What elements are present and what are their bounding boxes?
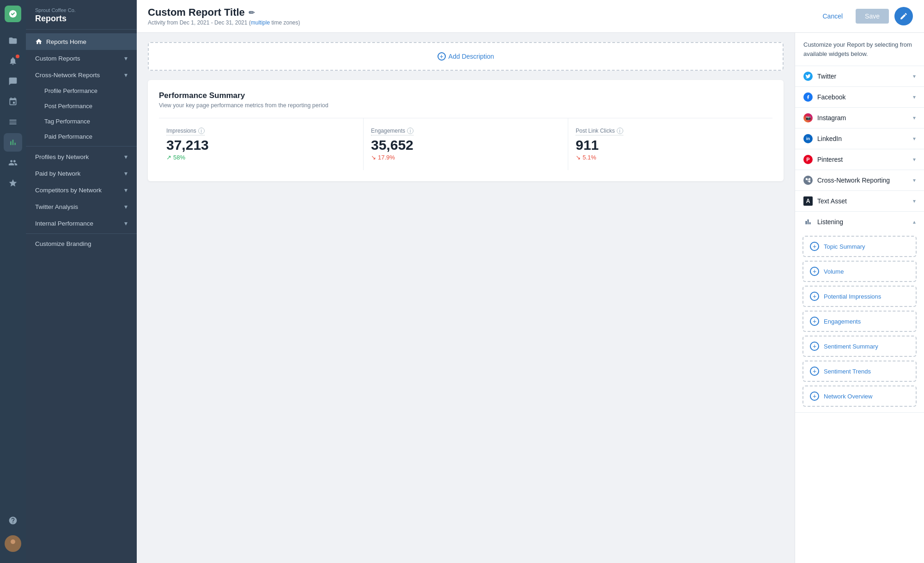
sidebar-item-custom-reports[interactable]: Custom Reports ▾ bbox=[26, 50, 137, 67]
edit-report-button[interactable] bbox=[894, 7, 913, 25]
text-asset-icon: A bbox=[803, 196, 813, 206]
star-icon[interactable] bbox=[4, 174, 22, 192]
instagram-section-header[interactable]: 📷 Instagram ▾ bbox=[795, 108, 924, 128]
widget-panel-header: Customize your Report by selecting from … bbox=[795, 33, 924, 66]
post-link-clicks-info-icon[interactable]: i bbox=[617, 128, 623, 134]
facebook-chevron-icon: ▾ bbox=[913, 94, 916, 100]
internal-performance-label: Internal Performance bbox=[35, 220, 93, 227]
add-description-button[interactable]: + Add Description bbox=[438, 52, 494, 61]
cross-network-section-header[interactable]: Cross-Network Reporting ▾ bbox=[795, 170, 924, 190]
chevron-down-icon: ▾ bbox=[124, 220, 128, 227]
sidebar-section-title: Reports bbox=[35, 14, 128, 24]
main-wrapper: Custom Report Title ✏ Activity from Dec … bbox=[137, 0, 924, 563]
custom-reports-label: Custom Reports bbox=[35, 55, 80, 62]
listening-section-header[interactable]: Listening ▴ bbox=[795, 212, 924, 232]
pinterest-network-icon: P bbox=[803, 155, 813, 164]
timezone-link[interactable]: multiple bbox=[251, 19, 270, 26]
sidebar-item-twitter-analysis[interactable]: Twitter Analysis ▾ bbox=[26, 198, 137, 215]
help-icon[interactable] bbox=[4, 511, 22, 530]
linkedin-chevron-icon: ▾ bbox=[913, 135, 916, 142]
bell-icon[interactable] bbox=[4, 52, 22, 70]
engagements-info-icon[interactable]: i bbox=[407, 128, 413, 134]
sidebar-item-internal-performance[interactable]: Internal Performance ▾ bbox=[26, 215, 137, 232]
facebook-network-icon bbox=[803, 92, 813, 102]
sidebar-item-customize-branding[interactable]: Customize Branding bbox=[26, 236, 137, 252]
engagements-change: ↘ 17.9% bbox=[371, 154, 560, 161]
sentiment-trends-plus-icon: + bbox=[810, 367, 819, 376]
impressions-change-value: 58% bbox=[173, 154, 185, 161]
widget-section-cross-network: Cross-Network Reporting ▾ bbox=[795, 170, 924, 191]
post-link-clicks-metric: Post Link Clicks i 911 ↘ 5.1% bbox=[568, 118, 772, 170]
topic-summary-plus-icon: + bbox=[810, 242, 819, 251]
listening-chevron-icon: ▴ bbox=[913, 219, 916, 225]
impressions-metric: Impressions i 37,213 ↗ 58% bbox=[159, 118, 364, 170]
potential-impressions-plus-icon: + bbox=[810, 292, 819, 301]
text-asset-section-header[interactable]: A Text Asset ▾ bbox=[795, 191, 924, 211]
impressions-value: 37,213 bbox=[166, 137, 356, 153]
save-button[interactable]: Save bbox=[856, 9, 889, 24]
pinterest-section-header[interactable]: P Pinterest ▾ bbox=[795, 149, 924, 170]
topic-summary-widget[interactable]: + Topic Summary bbox=[802, 236, 917, 257]
twitter-section-header[interactable]: Twitter ▾ bbox=[795, 66, 924, 86]
network-overview-widget[interactable]: + Network Overview bbox=[802, 386, 917, 407]
sidebar-item-tag-performance[interactable]: Tag Performance bbox=[35, 114, 137, 129]
sidebar-item-profiles-by-network[interactable]: Profiles by Network ▾ bbox=[26, 148, 137, 165]
folder-icon[interactable] bbox=[4, 31, 22, 50]
people-icon[interactable] bbox=[4, 153, 22, 172]
engagements-widget[interactable]: + Engagements bbox=[802, 311, 917, 332]
topbar-right: Cancel Save bbox=[815, 7, 913, 25]
date-info: Activity from Dec 1, 2021 - Dec 31, 2021… bbox=[148, 19, 300, 26]
plus-circle-icon: + bbox=[438, 52, 446, 61]
engagements-value: 35,652 bbox=[371, 137, 560, 153]
post-link-clicks-change-value: 5.1% bbox=[583, 154, 596, 161]
volume-plus-icon: + bbox=[810, 267, 819, 276]
sidebar-item-cross-network[interactable]: Cross-Network Reports ▾ bbox=[26, 67, 137, 83]
engagements-change-value: 17.9% bbox=[378, 154, 395, 161]
cancel-button[interactable]: Cancel bbox=[815, 9, 850, 24]
facebook-section-label: Facebook bbox=[817, 93, 908, 101]
sidebar-item-post-performance[interactable]: Post Performance bbox=[35, 98, 137, 114]
instagram-network-icon: 📷 bbox=[803, 113, 813, 122]
cross-network-section-label: Cross-Network Reporting bbox=[817, 177, 908, 184]
sidebar-item-competitors-by-network[interactable]: Competitors by Network ▾ bbox=[26, 182, 137, 198]
chevron-down-icon: ▾ bbox=[124, 71, 128, 79]
sidebar-item-profile-performance[interactable]: Profile Performance bbox=[35, 83, 137, 98]
sentiment-summary-widget[interactable]: + Sentiment Summary bbox=[802, 336, 917, 357]
sidebar-item-paid-performance[interactable]: Paid Performance bbox=[35, 129, 137, 144]
reports-icon[interactable] bbox=[4, 133, 22, 152]
network-overview-label: Network Overview bbox=[824, 393, 872, 400]
sidebar-item-paid-by-network[interactable]: Paid by Network ▾ bbox=[26, 165, 137, 182]
volume-widget[interactable]: + Volume bbox=[802, 261, 917, 282]
chevron-down-icon: ▾ bbox=[124, 55, 128, 62]
widget-section-instagram: 📷 Instagram ▾ bbox=[795, 108, 924, 129]
company-name: Sprout Coffee Co. bbox=[35, 7, 128, 13]
engagements-widget-label: Engagements bbox=[824, 318, 861, 325]
add-description-box[interactable]: + Add Description bbox=[148, 42, 784, 71]
pencil-edit-icon bbox=[900, 12, 908, 20]
impressions-change: ↗ 58% bbox=[166, 154, 356, 161]
app-logo[interactable] bbox=[5, 6, 21, 22]
widget-section-text-asset: A Text Asset ▾ bbox=[795, 191, 924, 212]
widget-section-facebook: Facebook ▾ bbox=[795, 87, 924, 108]
performance-summary-card: Performance Summary View your key page p… bbox=[148, 80, 784, 181]
avatar[interactable] bbox=[5, 535, 21, 552]
twitter-chevron-icon: ▾ bbox=[913, 73, 916, 80]
post-link-clicks-value: 911 bbox=[576, 137, 765, 153]
potential-impressions-widget[interactable]: + Potential Impressions bbox=[802, 286, 917, 307]
cross-network-label: Cross-Network Reports bbox=[35, 72, 100, 79]
tasks-icon[interactable] bbox=[4, 113, 22, 131]
pinterest-section-label: Pinterest bbox=[817, 156, 908, 163]
metrics-row: Impressions i 37,213 ↗ 58% Engagements bbox=[159, 118, 772, 170]
sidebar-item-reports-home[interactable]: Reports Home bbox=[26, 33, 137, 50]
facebook-section-header[interactable]: Facebook ▾ bbox=[795, 87, 924, 107]
pencil-icon[interactable]: ✏ bbox=[249, 8, 255, 17]
messages-icon[interactable] bbox=[4, 72, 22, 91]
linkedin-section-header[interactable]: in LinkedIn ▾ bbox=[795, 129, 924, 149]
impressions-info-icon[interactable]: i bbox=[198, 128, 205, 134]
sentiment-trends-widget[interactable]: + Sentiment Trends bbox=[802, 361, 917, 382]
sidebar-divider-2 bbox=[26, 233, 137, 234]
reports-home-label: Reports Home bbox=[46, 38, 86, 45]
topic-summary-label: Topic Summary bbox=[824, 243, 865, 250]
calendar-icon[interactable] bbox=[4, 92, 22, 111]
widget-panel: Customize your Report by selecting from … bbox=[795, 33, 924, 563]
